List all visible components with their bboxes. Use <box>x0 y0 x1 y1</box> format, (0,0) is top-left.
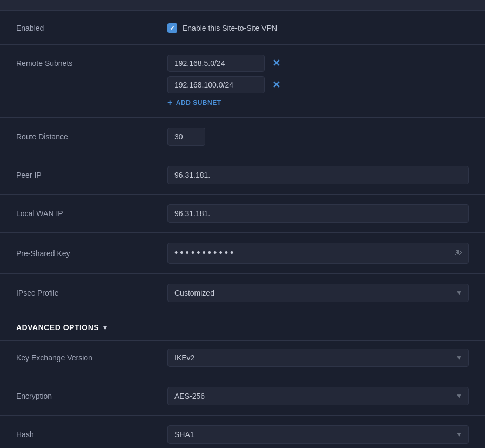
enabled-checkbox-row: ✓ Enable this Site-to-Site VPN <box>167 23 469 33</box>
hash-controls: SHA1 ▼ <box>167 425 469 444</box>
enabled-checkbox-label: Enable this Site-to-Site VPN <box>183 24 277 32</box>
ipsec-profile-controls: Customized ▼ <box>167 284 469 302</box>
preshared-key-row: Pre-Shared Key 👁 <box>0 237 485 269</box>
divider-4 <box>0 194 485 195</box>
subnet-input-1[interactable] <box>167 55 265 72</box>
add-subnet-label: ADD SUBNET <box>176 99 221 106</box>
remote-subnets-row: Remote Subnets ✕ ✕ + ADD SUBNET <box>0 49 485 113</box>
key-exchange-label: Key Exchange Version <box>16 353 167 362</box>
divider-1 <box>0 44 485 45</box>
encryption-label: Encryption <box>16 392 167 400</box>
peer-ip-label: Peer IP <box>16 171 167 179</box>
checkmark-icon: ✓ <box>170 24 175 32</box>
divider-3 <box>0 156 485 156</box>
preshared-key-controls: 👁 <box>167 243 469 264</box>
delete-subnet-1-icon[interactable]: ✕ <box>269 56 284 70</box>
encryption-row: Encryption AES-256 ▼ <box>0 382 485 411</box>
hash-select-container: SHA1 ▼ <box>167 425 469 444</box>
enabled-row: Enabled ✓ Enable this Site-to-Site VPN <box>0 16 485 40</box>
plus-icon: + <box>167 98 173 108</box>
ipsec-profile-select-container: Customized ▼ <box>167 284 469 302</box>
settings-container: Enabled ✓ Enable this Site-to-Site VPN R… <box>0 0 485 448</box>
local-wan-ip-controls <box>167 204 469 223</box>
advanced-options-header[interactable]: ADVANCED OPTIONS ▾ <box>0 317 485 338</box>
vpn-form: Enabled ✓ Enable this Site-to-Site VPN R… <box>0 11 485 448</box>
peer-ip-row: Peer IP <box>0 161 485 190</box>
subnet-row-1: ✕ <box>167 55 469 72</box>
add-subnet-button[interactable]: + ADD SUBNET <box>167 98 469 108</box>
subnet-input-2[interactable] <box>167 76 265 93</box>
divider-2 <box>0 117 485 118</box>
advanced-options-title: ADVANCED OPTIONS <box>16 323 99 332</box>
preshared-key-input[interactable] <box>167 243 469 264</box>
preshared-key-label: Pre-Shared Key <box>16 249 167 258</box>
divider-6 <box>0 273 485 274</box>
delete-subnet-2-icon[interactable]: ✕ <box>269 78 284 92</box>
key-exchange-select-container: IKEv2 ▼ <box>167 349 469 367</box>
key-exchange-controls: IKEv2 ▼ <box>167 349 469 367</box>
enabled-controls: ✓ Enable this Site-to-Site VPN <box>167 23 469 33</box>
ipsec-profile-label: IPsec Profile <box>16 289 167 297</box>
divider-8 <box>0 377 485 377</box>
encryption-select[interactable]: AES-256 <box>167 387 469 405</box>
subnets-controls: ✕ ✕ + ADD SUBNET <box>167 55 469 108</box>
ipsec-profile-select[interactable]: Customized <box>167 284 469 302</box>
divider-7 <box>0 312 485 312</box>
enabled-checkbox[interactable]: ✓ <box>167 23 177 33</box>
hash-select[interactable]: SHA1 <box>167 425 469 444</box>
remote-subnets-label: Remote Subnets <box>16 55 167 68</box>
route-distance-input[interactable] <box>167 128 205 146</box>
key-exchange-select[interactable]: IKEv2 <box>167 349 469 367</box>
local-wan-ip-input[interactable] <box>167 204 469 223</box>
route-distance-controls <box>167 128 469 146</box>
route-distance-label: Route Distance <box>16 132 167 141</box>
local-wan-ip-label: Local WAN IP <box>16 209 167 218</box>
eye-icon[interactable]: 👁 <box>454 249 462 258</box>
enabled-label: Enabled <box>16 24 167 32</box>
hash-row: Hash SHA1 ▼ <box>0 420 485 448</box>
route-distance-row: Route Distance <box>0 122 485 151</box>
subnet-row-2: ✕ <box>167 76 469 93</box>
peer-ip-input[interactable] <box>167 166 469 184</box>
advanced-options-chevron-icon: ▾ <box>103 323 107 332</box>
local-wan-ip-row: Local WAN IP <box>0 199 485 228</box>
encryption-controls: AES-256 ▼ <box>167 387 469 405</box>
hash-label: Hash <box>16 430 167 439</box>
top-bar <box>0 0 485 11</box>
peer-ip-controls <box>167 166 469 184</box>
key-exchange-row: Key Exchange Version IKEv2 ▼ <box>0 343 485 372</box>
divider-5 <box>0 232 485 233</box>
password-container: 👁 <box>167 243 469 264</box>
encryption-select-container: AES-256 ▼ <box>167 387 469 405</box>
divider-9 <box>0 415 485 416</box>
section-divider-1 <box>0 340 485 341</box>
ipsec-profile-row: IPsec Profile Customized ▼ <box>0 278 485 307</box>
